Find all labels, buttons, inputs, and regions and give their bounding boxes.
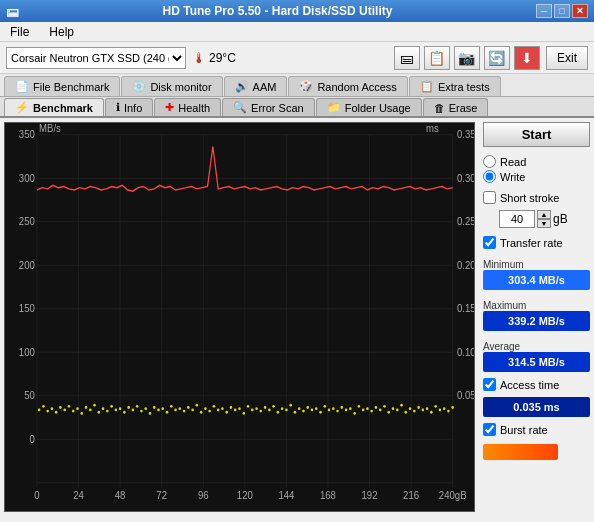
tab-file-benchmark[interactable]: 📄 File Benchmark [4,76,120,96]
thermometer-icon: 🌡 [192,50,206,66]
stroke-down-button[interactable]: ▼ [537,219,551,228]
temperature-display: 🌡 29°C [192,50,236,66]
svg-point-121 [345,408,348,411]
svg-point-54 [59,406,62,409]
svg-point-124 [358,405,361,408]
burst-rate-checkbox[interactable] [483,423,496,436]
svg-point-89 [208,410,211,413]
stroke-value-input[interactable] [499,210,535,228]
toolbar-icon-group: 🖴 📋 📷 🔄 ⬇ [394,46,540,70]
tab-disk-monitor[interactable]: 💿 Disk monitor [121,76,222,96]
burst-rate-bar [483,444,558,460]
close-button[interactable]: ✕ [572,4,588,18]
svg-point-76 [153,406,156,409]
tab-erase[interactable]: 🗑 Erase [423,98,489,116]
short-stroke-checkbox[interactable] [483,191,496,204]
tab-folder-usage[interactable]: 📁 Folder Usage [316,98,422,116]
read-write-group: Read Write [483,155,590,183]
svg-point-53 [55,411,58,414]
tab-health[interactable]: ✚ Health [154,98,221,116]
svg-point-101 [260,410,263,413]
access-time-checkbox-label[interactable]: Access time [483,378,590,391]
side-panel: Start Read Write Short stroke ▲ ▼ gB [479,118,594,516]
maximize-button[interactable]: □ [554,4,570,18]
svg-point-126 [366,407,369,410]
svg-point-87 [200,411,203,414]
transfer-rate-checkbox[interactable] [483,236,496,249]
minimize-button[interactable]: ─ [536,4,552,18]
toolbar-btn-1[interactable]: 🖴 [394,46,420,70]
read-radio-label[interactable]: Read [483,155,590,168]
tab-extra-tests[interactable]: 📋 Extra tests [409,76,501,96]
svg-point-109 [294,411,297,414]
tab-aam[interactable]: 🔊 AAM [224,76,288,96]
write-radio-label[interactable]: Write [483,170,590,183]
benchmark-chart: 350 300 250 200 150 100 50 0 MB/s ms 0.3… [5,123,474,511]
svg-point-145 [447,410,450,413]
svg-point-114 [315,407,318,410]
svg-point-140 [426,407,429,410]
svg-point-56 [68,405,71,408]
tab-info[interactable]: ℹ Info [105,98,153,116]
read-radio[interactable] [483,155,496,168]
tab-benchmark[interactable]: ⚡ Benchmark [4,98,104,116]
svg-point-92 [221,407,224,410]
svg-point-57 [72,410,75,413]
svg-point-88 [204,407,207,410]
toolbar-btn-download[interactable]: ⬇ [514,46,540,70]
svg-text:350: 350 [19,129,35,141]
svg-text:150: 150 [19,303,35,315]
toolbar: Corsair Neutron GTX SSD (240 gB) 🌡 29°C … [0,42,594,74]
temperature-value: 29°C [209,51,236,65]
exit-button[interactable]: Exit [546,46,588,70]
short-stroke-checkbox-label[interactable]: Short stroke [483,191,590,204]
svg-point-63 [98,411,101,414]
menu-help[interactable]: Help [43,24,80,40]
start-button[interactable]: Start [483,122,590,147]
stroke-up-button[interactable]: ▲ [537,210,551,219]
svg-point-133 [396,408,399,411]
device-select[interactable]: Corsair Neutron GTX SSD (240 gB) [6,47,186,69]
svg-text:ms: ms [426,123,439,135]
svg-rect-0 [5,123,474,511]
write-radio[interactable] [483,170,496,183]
svg-point-123 [353,412,356,415]
svg-point-103 [268,408,271,411]
svg-text:300: 300 [19,172,35,184]
burst-rate-checkbox-label[interactable]: Burst rate [483,423,590,436]
menu-file[interactable]: File [4,24,35,40]
svg-point-90 [213,405,216,408]
toolbar-btn-4[interactable]: 🔄 [484,46,510,70]
access-time-checkbox[interactable] [483,378,496,391]
svg-point-94 [230,406,233,409]
svg-point-95 [234,408,237,411]
info-icon: ℹ [116,101,120,114]
svg-text:24: 24 [73,490,84,502]
average-label: Average [483,341,590,352]
tab-random-access[interactable]: 🎲 Random Access [288,76,407,96]
tabs-bottom: ⚡ Benchmark ℹ Info ✚ Health 🔍 Error Scan… [0,97,594,118]
toolbar-btn-2[interactable]: 📋 [424,46,450,70]
svg-point-96 [238,407,241,410]
tab-error-scan[interactable]: 🔍 Error Scan [222,98,315,116]
svg-point-74 [144,407,147,410]
svg-text:168: 168 [320,490,336,502]
aam-icon: 🔊 [235,80,249,93]
disk-monitor-icon: 💿 [132,80,146,93]
svg-point-118 [332,407,335,410]
maximum-value: 339.2 MB/s [483,311,590,331]
toolbar-btn-3[interactable]: 📷 [454,46,480,70]
svg-point-100 [255,407,258,410]
svg-point-78 [161,407,164,410]
tabs-top: 📄 File Benchmark 💿 Disk monitor 🔊 AAM 🎲 … [0,74,594,97]
svg-point-98 [247,405,250,408]
svg-text:120: 120 [237,490,253,502]
transfer-rate-checkbox-label[interactable]: Transfer rate [483,236,590,249]
svg-point-77 [157,408,160,411]
svg-point-137 [413,410,416,413]
svg-text:216: 216 [403,490,419,502]
svg-point-130 [383,405,386,408]
svg-point-104 [272,405,275,408]
svg-point-52 [51,407,54,410]
erase-icon: 🗑 [434,102,445,114]
